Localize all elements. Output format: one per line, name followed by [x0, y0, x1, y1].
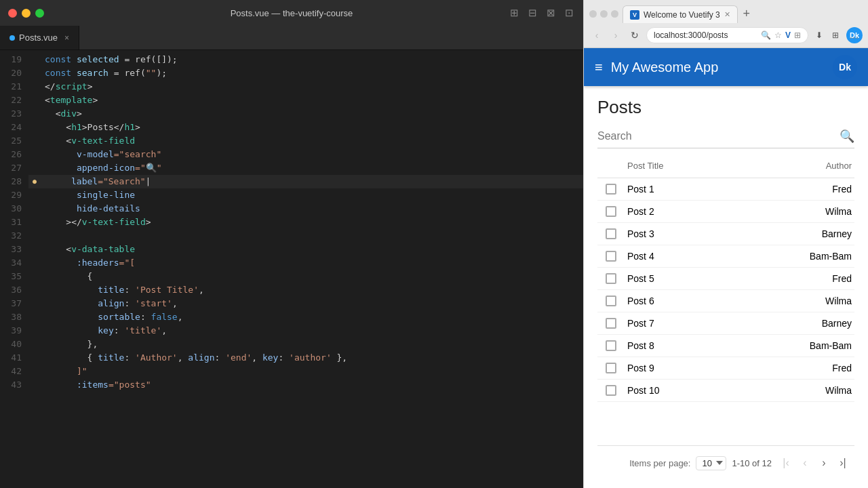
tab-close-button[interactable]: × [64, 33, 69, 43]
line-number: 36 [0, 283, 22, 297]
search-icon[interactable]: 🔍 [840, 129, 854, 144]
row-title: Post 2 [625, 206, 800, 217]
row-checkbox[interactable] [606, 228, 616, 239]
layout-icon-2[interactable]: ⊟ [528, 7, 537, 19]
traffic-lights [8, 9, 44, 18]
table-row[interactable]: Post 3Barney [597, 223, 854, 245]
code-line: <div> [28, 107, 583, 121]
browser-tab-close[interactable]: ✕ [724, 10, 730, 19]
code-token: 'Author' [135, 351, 178, 365]
code-line: single-line [28, 188, 583, 202]
line-number: 42 [0, 365, 22, 378]
code-token: > [92, 94, 98, 107]
url-extension-icon[interactable]: ⊞ [794, 30, 801, 40]
line-number: 33 [0, 243, 22, 256]
table-row[interactable]: Post 10Wilma [597, 380, 854, 402]
data-table: Post Title Author Post 1FredPost 2WilmaP… [597, 154, 854, 477]
url-bar[interactable]: localhost:3000/posts 🔍 ☆ V ⊞ [646, 27, 808, 43]
pagination-next-button[interactable]: › [815, 454, 833, 472]
table-row[interactable]: Post 8Bam-Bam [597, 335, 854, 357]
code-token: search [77, 66, 108, 80]
table-row[interactable]: Post 2Wilma [597, 201, 854, 223]
editor-tab-posts-vue[interactable]: Posts.vue × [0, 26, 79, 49]
row-author: Bam-Bam [800, 251, 854, 262]
nav-save-icon[interactable]: ⬇ [812, 28, 826, 42]
row-checkbox[interactable] [606, 296, 616, 306]
items-per-page-select[interactable]: 5101520All [696, 456, 726, 470]
browser-refresh-button[interactable]: ↻ [627, 28, 642, 43]
table-row[interactable]: Post 5Fred [597, 268, 854, 290]
layout-icon-3[interactable]: ⊠ [547, 7, 555, 19]
browser-tab-label: Welcome to Vuetify 3 [644, 10, 720, 20]
line-number: 24 [0, 121, 22, 134]
code-line: hide-details [28, 202, 583, 216]
row-checkbox[interactable] [606, 363, 616, 373]
traffic-light-close[interactable] [8, 9, 17, 18]
code-line: const search = ref(""); [28, 66, 583, 80]
editor-tab-label: Posts.vue [19, 33, 58, 43]
browser-tab-bar: V Welcome to Vuetify 3 ✕ + [584, 0, 868, 23]
code-token: "" [146, 66, 157, 80]
traffic-light-minimize[interactable] [22, 9, 31, 18]
code-token: > [146, 216, 151, 229]
pagination-prev-button[interactable]: ‹ [796, 454, 814, 472]
row-checkbox[interactable] [606, 251, 616, 262]
browser-back-button[interactable]: ‹ [589, 28, 604, 43]
code-token: script [56, 80, 87, 94]
row-checkbox[interactable] [606, 385, 616, 396]
row-checkbox-col [597, 206, 625, 217]
row-checkbox-col [597, 385, 625, 396]
browser-forward-button[interactable]: › [608, 28, 623, 43]
code-token [45, 148, 77, 161]
pagination-last-button[interactable]: ›| [834, 454, 852, 472]
code-token: v-model [77, 148, 114, 161]
layout-icon-1[interactable]: ⊞ [510, 7, 519, 19]
code-token: sortable [98, 310, 140, 324]
code-token [45, 324, 98, 338]
nav-grid-icon[interactable]: ⊞ [829, 28, 842, 42]
app-user-avatar[interactable]: Dk [833, 55, 857, 79]
row-checkbox-col [597, 251, 625, 262]
row-checkbox[interactable] [606, 184, 616, 195]
code-line: </script> [28, 80, 583, 94]
url-search-icon[interactable]: 🔍 [761, 30, 771, 40]
row-checkbox[interactable] [606, 340, 616, 351]
browser-tab-active[interactable]: V Welcome to Vuetify 3 ✕ [623, 5, 738, 23]
row-checkbox[interactable] [606, 206, 616, 217]
table-row[interactable]: Post 4Bam-Bam [597, 245, 854, 268]
line-number: 28 [0, 175, 22, 188]
code-token: v-data-table [71, 243, 135, 256]
code-line: const selected = ref([]); [28, 53, 583, 66]
line-number: 40 [0, 338, 22, 351]
app-menu-icon[interactable]: ≡ [595, 60, 603, 75]
line-number: 25 [0, 134, 22, 148]
code-token: const [45, 53, 77, 66]
code-token: , [252, 351, 262, 365]
url-bookmark-icon[interactable]: ☆ [774, 30, 782, 40]
editor-more-options[interactable]: ··· [850, 32, 859, 44]
code-token: : [278, 351, 289, 365]
row-checkbox[interactable] [606, 273, 616, 284]
url-bar-icons: 🔍 ☆ V ⊞ [761, 30, 801, 40]
code-token: template [50, 94, 93, 107]
code-token: , [199, 283, 204, 297]
pagination-first-button[interactable]: |‹ [777, 454, 795, 472]
url-vuetify-icon: V [785, 30, 791, 40]
traffic-light-fullscreen[interactable] [35, 9, 44, 18]
code-token: 'Post Title' [135, 283, 199, 297]
row-title: Post 7 [625, 318, 800, 329]
table-row[interactable]: Post 9Fred [597, 357, 854, 380]
code-token: key [262, 351, 278, 365]
code-token: > [77, 107, 82, 121]
table-row[interactable]: Post 1Fred [597, 178, 854, 201]
code-area[interactable]: const selected = ref([]);const search = … [28, 50, 583, 488]
search-input[interactable] [597, 127, 840, 145]
browser-new-tab-button[interactable]: + [738, 5, 755, 23]
table-row[interactable]: Post 7Barney [597, 312, 854, 335]
table-row[interactable]: Post 6Wilma [597, 290, 854, 312]
code-token: = ref( [119, 53, 157, 66]
row-checkbox[interactable] [606, 318, 616, 329]
row-checkbox-col [597, 184, 625, 195]
code-token: : [124, 297, 135, 310]
layout-icon-4[interactable]: ⊡ [565, 7, 574, 19]
